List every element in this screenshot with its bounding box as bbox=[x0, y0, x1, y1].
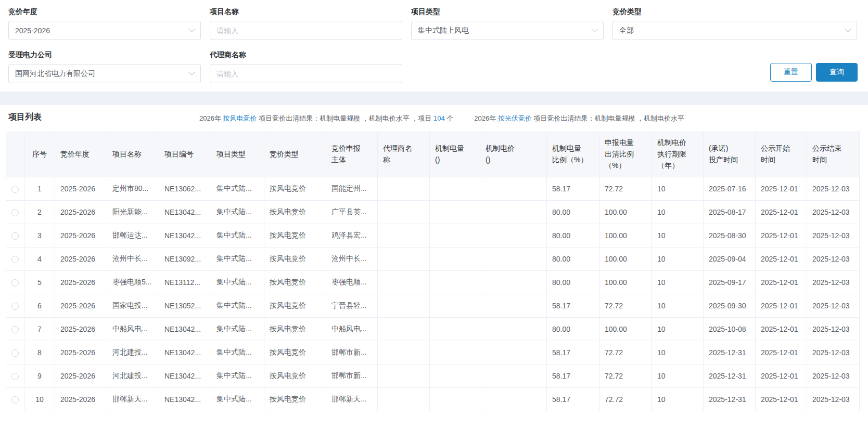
column-header: 机制电价 () bbox=[480, 132, 547, 177]
table-cell: 2025-12-03 bbox=[807, 388, 860, 411]
table-cell: 邯郸新天... bbox=[107, 388, 159, 411]
page: 竞价年度 2025-2026 项目名称 项目类型 集中式陆上风电 竞价类型 全部 bbox=[0, 0, 868, 442]
row-select-cell bbox=[6, 177, 24, 201]
row-radio-button[interactable] bbox=[11, 373, 19, 380]
table-cell bbox=[430, 388, 480, 411]
column-header: 项目编号 bbox=[159, 132, 211, 177]
column-header: 机制电量 () bbox=[430, 132, 480, 177]
table-cell: 72.72 bbox=[599, 341, 652, 365]
table-cell bbox=[480, 294, 547, 318]
table-cell: 沧州中长... bbox=[326, 248, 378, 271]
table-cell bbox=[430, 365, 480, 388]
table-cell: 中船风电... bbox=[107, 318, 159, 341]
chevron-down-icon bbox=[188, 25, 195, 32]
table-cell: 河北建投... bbox=[107, 365, 159, 388]
row-select-cell bbox=[6, 224, 24, 248]
row-radio-button[interactable] bbox=[11, 396, 19, 404]
table-cell: 72.72 bbox=[599, 177, 652, 201]
table-cell: 10 bbox=[652, 365, 704, 388]
table-cell: 按风电竞价 bbox=[264, 271, 326, 294]
row-select-cell bbox=[6, 318, 24, 341]
table-cell: 2025-12-01 bbox=[756, 224, 807, 248]
row-select-cell bbox=[6, 365, 24, 388]
row-radio-button[interactable] bbox=[11, 303, 19, 310]
table-cell: 按风电竞价 bbox=[264, 388, 326, 411]
table-cell: 2025-08-17 bbox=[704, 201, 756, 224]
table-cell: 按风电竞价 bbox=[264, 177, 326, 201]
table-row: 52025-2026枣强电顺5...NE13112...集中式陆...按风电竞价… bbox=[6, 271, 860, 294]
column-header: 公示开始 时间 bbox=[756, 132, 807, 177]
table-cell: 广平县英... bbox=[326, 201, 378, 224]
table-row: 92025-2026河北建投...NE13042...集中式陆...按风电竞价邯… bbox=[6, 365, 860, 388]
table-cell: 80.00 bbox=[547, 318, 599, 341]
table-cell: 2025-10-08 bbox=[704, 318, 756, 341]
reset-button[interactable]: 重置 bbox=[770, 63, 812, 82]
table-cell: 72.72 bbox=[599, 294, 652, 318]
table-cell: NE13062... bbox=[159, 177, 211, 201]
row-radio-button[interactable] bbox=[11, 326, 19, 333]
project-type-select[interactable]: 集中式陆上风电 bbox=[411, 21, 604, 40]
table-cell: 10 bbox=[652, 271, 704, 294]
table-cell: 集中式陆... bbox=[211, 365, 264, 388]
row-radio-button[interactable] bbox=[11, 232, 19, 240]
wind-auction-link[interactable]: 按风电竞价 bbox=[223, 114, 257, 122]
table-cell: 邯郸新天... bbox=[326, 388, 378, 411]
project-table: 序号竞价年度项目名称项目编号项目类型竞价类型竞价申报 主体代理商名 称机制电量 … bbox=[6, 132, 860, 411]
table-cell bbox=[430, 271, 480, 294]
row-radio-button[interactable] bbox=[11, 209, 19, 216]
table-cell bbox=[480, 271, 547, 294]
table-cell: 按风电竞价 bbox=[264, 224, 326, 248]
power-company-select[interactable]: 国网河北省电力有限公司 bbox=[8, 64, 201, 83]
table-cell: 2025-12-03 bbox=[807, 248, 860, 271]
chevron-down-icon bbox=[591, 25, 598, 32]
column-header: 竞价申报 主体 bbox=[326, 132, 378, 177]
table-cell bbox=[378, 271, 430, 294]
row-radio-button[interactable] bbox=[11, 279, 19, 287]
table-cell: 按风电竞价 bbox=[264, 201, 326, 224]
auction-notices: 2026年 按风电竞价 项目竞价出清结果：机制电量规模 ，机制电价水平 ，项目 … bbox=[199, 114, 868, 123]
table-cell: 6 bbox=[24, 294, 55, 318]
project-count-link[interactable]: 104 bbox=[433, 114, 445, 122]
table-cell: 72.72 bbox=[599, 388, 652, 411]
bid-year-select[interactable]: 2025-2026 bbox=[8, 21, 201, 40]
table-cell: 阳光新能... bbox=[107, 201, 159, 224]
table-cell: 邯郸运达... bbox=[107, 224, 159, 248]
bid-type-label: 竞价类型 bbox=[612, 7, 857, 17]
field-power-company: 受理电力公司 国网河北省电力有限公司 bbox=[8, 50, 201, 83]
row-select-cell bbox=[6, 294, 24, 318]
field-bid-year: 竞价年度 2025-2026 bbox=[8, 7, 201, 40]
row-radio-button[interactable] bbox=[11, 256, 19, 263]
table-cell: 10 bbox=[652, 341, 704, 365]
column-header: 项目名称 bbox=[107, 132, 159, 177]
search-button[interactable]: 查询 bbox=[816, 63, 858, 82]
table-cell bbox=[480, 248, 547, 271]
table-cell: 3 bbox=[24, 224, 55, 248]
table-cell: 2025-12-03 bbox=[807, 365, 860, 388]
table-cell: NE13052... bbox=[159, 294, 211, 318]
column-header: 机制电量 比例（%） bbox=[547, 132, 599, 177]
table-header-row: 序号竞价年度项目名称项目编号项目类型竞价类型竞价申报 主体代理商名 称机制电量 … bbox=[6, 132, 860, 177]
row-radio-button[interactable] bbox=[11, 186, 19, 193]
column-header: 项目类型 bbox=[211, 132, 264, 177]
solar-auction-link[interactable]: 按光伏竞价 bbox=[498, 114, 532, 122]
project-name-input[interactable] bbox=[216, 21, 395, 40]
column-header: 机制电价 执行期限 （年） bbox=[652, 132, 704, 177]
bid-type-select[interactable]: 全部 bbox=[612, 21, 857, 40]
table-row: 102025-2026邯郸新天...NE13042...集中式陆...按风电竞价… bbox=[6, 388, 860, 411]
agent-name-input[interactable] bbox=[216, 64, 395, 83]
notice-text: 项目竞价出清结果：机制电量规模 ，机制电价水平 bbox=[532, 114, 684, 122]
table-cell: 8 bbox=[24, 341, 55, 365]
table-cell: 100.00 bbox=[599, 224, 652, 248]
table-cell: 2025-09-04 bbox=[704, 248, 756, 271]
table-cell bbox=[430, 224, 480, 248]
table-cell: 集中式陆... bbox=[211, 201, 264, 224]
table-cell: 2025-08-30 bbox=[704, 224, 756, 248]
table-cell: 2025-2026 bbox=[55, 248, 107, 271]
row-radio-button[interactable] bbox=[11, 349, 19, 357]
table-cell bbox=[378, 365, 430, 388]
table-cell: 河北建投... bbox=[107, 341, 159, 365]
column-header: 序号 bbox=[24, 132, 55, 177]
table-cell bbox=[430, 294, 480, 318]
field-bid-type: 竞价类型 全部 bbox=[612, 7, 857, 40]
table-cell: 100.00 bbox=[599, 248, 652, 271]
